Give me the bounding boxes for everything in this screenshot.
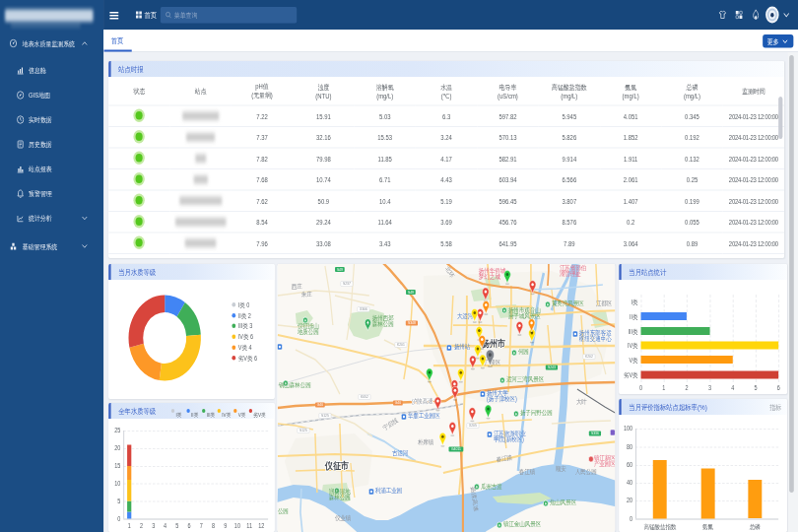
svg-text:扬州站: 扬州站 bbox=[454, 344, 470, 352]
svg-text:仪业镇: 仪业镇 bbox=[335, 515, 351, 521]
svg-text:S125: S125 bbox=[321, 414, 329, 418]
svg-text:古运河: 古运河 bbox=[392, 450, 408, 458]
svg-text:扬州西郊森林公园: 扬州西郊森林公园 bbox=[372, 315, 394, 329]
svg-text:K202: K202 bbox=[585, 355, 593, 359]
svg-text:大叶: 大叶 bbox=[576, 398, 587, 406]
svg-text:K201: K201 bbox=[397, 343, 405, 347]
svg-text:黄奥湾风景区: 黄奥湾风景区 bbox=[552, 299, 584, 308]
svg-text:X306: X306 bbox=[360, 307, 367, 311]
svg-text:S125: S125 bbox=[299, 429, 307, 432]
svg-text:扬州东部客运枢纽交通中心: 扬州东部客运枢纽交通中心 bbox=[579, 329, 612, 343]
svg-text:大运河: 大运河 bbox=[457, 312, 473, 320]
svg-text:S243: S243 bbox=[548, 366, 556, 369]
svg-text:G40: G40 bbox=[395, 401, 401, 405]
svg-text:西庄: 西庄 bbox=[292, 283, 302, 292]
svg-text:焦山风景区: 焦山风景区 bbox=[550, 499, 576, 507]
svg-text:瓜洲古渡: 瓜洲古渡 bbox=[481, 483, 502, 492]
svg-text:X205: X205 bbox=[469, 424, 477, 428]
svg-text:G40: G40 bbox=[317, 403, 323, 407]
svg-text:K052: K052 bbox=[361, 395, 368, 399]
svg-text:仪征捺山地质公园: 仪征捺山地质公园 bbox=[298, 322, 319, 337]
svg-text:顺安: 顺安 bbox=[556, 465, 566, 473]
svg-text:S348: S348 bbox=[408, 321, 416, 325]
svg-text:扬子问野公园: 扬子问野公园 bbox=[520, 409, 553, 418]
svg-text:公园: 公园 bbox=[278, 508, 289, 516]
svg-text:仪征市: 仪征市 bbox=[324, 460, 349, 471]
svg-text:人民公园: 人民公园 bbox=[574, 469, 597, 477]
svg-text:朱庄: 朱庄 bbox=[301, 291, 312, 299]
svg-text:运河三湾风景区: 运河三湾风景区 bbox=[506, 375, 544, 384]
svg-text:何园: 何园 bbox=[518, 349, 529, 357]
svg-text:S49: S49 bbox=[337, 268, 343, 272]
svg-text:铜山森林公园: 铜山森林公园 bbox=[278, 381, 311, 390]
svg-text:江苏旅游职业学院(新校区): 江苏旅游职业学院(新校区) bbox=[494, 430, 526, 444]
svg-text:S336: S336 bbox=[591, 432, 599, 435]
svg-text:润扬湿地森林公园: 润扬湿地森林公园 bbox=[329, 488, 352, 502]
svg-text:S237: S237 bbox=[343, 282, 351, 286]
svg-text:镇江新区产业园区: 镇江新区产业园区 bbox=[593, 454, 615, 469]
svg-text:S49: S49 bbox=[408, 291, 414, 295]
svg-text:利浦工业园: 利浦工业园 bbox=[374, 487, 402, 496]
svg-text:春江镇: 春江镇 bbox=[519, 469, 535, 477]
svg-text:江都区: 江都区 bbox=[596, 299, 612, 308]
svg-text:华麓工业园区: 华麓工业园区 bbox=[408, 412, 440, 421]
svg-text:朴席镇: 朴席镇 bbox=[417, 438, 433, 446]
svg-text:扬州市观音山唐子城风景区: 扬州市观音山唐子城风景区 bbox=[508, 306, 541, 321]
svg-text:G4011: G4011 bbox=[451, 447, 461, 451]
svg-text:镇江金山风景区: 镇江金山风景区 bbox=[502, 520, 541, 528]
